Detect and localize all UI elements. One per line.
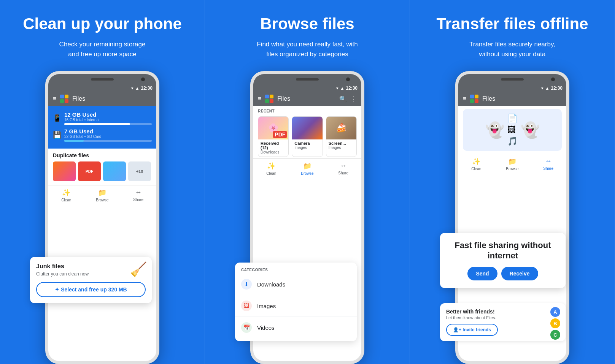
clean-label: Clean [61, 198, 71, 202]
nav-browse-3[interactable]: 📁 Browse [494, 154, 531, 173]
nav-share-1[interactable]: ↔ Share [120, 185, 156, 204]
hamburger-icon-browse[interactable]: ≡ [258, 95, 261, 102]
svg-rect-4 [265, 95, 269, 98]
bottom-nav-browse: ✨ Clean 📁 Browse ↔ Share [253, 158, 361, 177]
panel-clean-title: Clean up your phone [23, 15, 182, 33]
cat-item-images[interactable]: 🖼 Images [235, 295, 357, 317]
panel-clean: Clean up your phone Check your remaining… [0, 0, 205, 364]
storage-bar-fill-sd [64, 140, 84, 142]
dup-img-flower [53, 161, 76, 181]
nav-clean-2[interactable]: ✨ Clean [253, 159, 289, 177]
recent-name-screen: Screen... [329, 141, 354, 146]
avatar-blue: A [550, 307, 560, 317]
images-icon: 🖼 [241, 301, 252, 311]
panel-transfer-subtitle: Transfer files securely nearby,without u… [469, 40, 555, 59]
wifi-icon: ▾ [131, 86, 133, 91]
fast-share-popup: Fast file sharing without internet Send … [440, 233, 566, 288]
browse-icon-1: 📁 [98, 188, 106, 197]
files-logo [60, 95, 68, 103]
junk-title: Junk files [36, 263, 146, 270]
categories-label: CATEGORIES [235, 266, 357, 274]
clean-label-2: Clean [266, 171, 276, 176]
invite-friends-button[interactable]: 👤+ Invite friends [446, 324, 498, 336]
fast-share-title: Fast file sharing without internet [448, 241, 558, 261]
recent-thumb-screen: 🍰 [326, 117, 356, 139]
phone-camera-transfer [551, 78, 555, 81]
recent-thumb-camera [292, 117, 322, 139]
browse-label-1: Browse [96, 198, 108, 202]
hamburger-icon-transfer[interactable]: ≡ [463, 95, 466, 102]
app-title-browse: Files [277, 95, 335, 102]
share-icon-3: ↔ [545, 157, 552, 165]
cat-item-videos[interactable]: 📅 Videos [235, 317, 357, 338]
phone-speaker-browse [296, 78, 319, 81]
junk-icon: 🧹 [130, 261, 147, 277]
app-icons-browse: 🔍 ⋮ [339, 95, 357, 103]
ghost-right-icon: 👻 [521, 121, 540, 139]
clean-icon-3: ✨ [472, 157, 480, 166]
files-floating-icon: 📄🖼🎵 [507, 114, 518, 146]
nav-browse-2[interactable]: 📁 Browse [289, 159, 326, 177]
duplicate-images: PDF +10 [53, 161, 152, 181]
status-bar-transfer: ▾ ▲ 12:30 [458, 85, 566, 92]
storage-bar-bg-sd [64, 140, 152, 142]
nav-share-3[interactable]: ↔ Share [530, 154, 566, 173]
bottom-nav-clean: ✨ Clean 📁 Browse ↔ Share [48, 185, 156, 204]
junk-sub: Clutter you can clean now [36, 271, 146, 277]
svg-rect-3 [65, 99, 68, 103]
browse-icon-2: 📁 [303, 162, 311, 170]
phone-notch-browse [253, 74, 361, 85]
videos-icon: 📅 [241, 322, 252, 333]
status-time-transfer: 12:30 [551, 85, 563, 91]
signal-icon-transfer: ▲ [545, 86, 549, 90]
wifi-icon-transfer: ▾ [541, 86, 543, 91]
phone-camera-browse [346, 78, 350, 81]
recent-name-camera: Camera [294, 141, 320, 146]
cat-item-downloads[interactable]: ⬇ Downloads [235, 274, 357, 295]
cat-videos-label: Videos [257, 324, 275, 331]
cat-downloads-label: Downloads [257, 281, 285, 288]
nav-clean[interactable]: ✨ Clean [48, 185, 84, 204]
search-icon-browse[interactable]: 🔍 [339, 95, 347, 103]
transfer-illustration: 👻 📄🖼🎵 👻 [463, 109, 562, 151]
recent-item-screen[interactable]: 🍰 Screen... Images [326, 116, 357, 157]
friends-sub: Let them know about Files. [446, 315, 559, 320]
cat-images-label: Images [257, 303, 276, 309]
recent-item-camera[interactable]: Camera Images [292, 116, 323, 157]
phone-browse-wrapper: ▾ ▲ 12:30 ≡ Files 🔍 ⋮ [243, 71, 372, 364]
hamburger-icon[interactable]: ≡ [53, 95, 56, 102]
sd-storage-icon: 💾 [53, 131, 61, 139]
panel-transfer-title: Transfer files offline [436, 15, 588, 33]
storage-label-sd: 7 GB Used [64, 128, 152, 135]
storage-sub-sd: 32 GB total • SD Card [64, 135, 152, 139]
send-button[interactable]: Send [467, 267, 497, 280]
status-time: 12:30 [141, 85, 153, 91]
clean-icon-2: ✨ [267, 162, 275, 170]
status-bar: ▾ ▲ 12:30 [48, 85, 156, 92]
nav-share-2[interactable]: ↔ Share [325, 159, 361, 177]
phone-camera [141, 78, 145, 81]
storage-sub-internal: 16 GB total • Internal [64, 118, 152, 122]
friends-avatars: A B C [550, 307, 560, 340]
recent-item-received[interactable]: PDF 🌸 Received (12) Downloads [258, 116, 289, 157]
storage-item-sd: 💾 7 GB Used 32 GB total • SD Card [53, 128, 152, 142]
more-icon-browse[interactable]: ⋮ [351, 95, 357, 103]
receive-button[interactable]: Receive [501, 267, 538, 280]
svg-rect-9 [475, 95, 478, 98]
app-bar-clean: ≡ Files [48, 92, 156, 106]
nav-browse-1[interactable]: 📁 Browse [84, 185, 121, 204]
free-up-button[interactable]: ✦ Select and free up 320 MB [36, 282, 146, 297]
friends-card: Better with friends! Let them know about… [440, 303, 566, 341]
recent-items: PDF 🌸 Received (12) Downloads Camera [258, 116, 357, 157]
junk-popup: 🧹 Junk files Clutter you can clean now ✦… [30, 257, 152, 303]
svg-rect-1 [65, 95, 68, 98]
recent-type-camera: Images [294, 146, 320, 150]
avatar-yellow: B [550, 318, 560, 328]
phone-transfer-wrapper: ▾ ▲ 12:30 ≡ Files 👻 [448, 71, 577, 364]
storage-info-sd: 7 GB Used 32 GB total • SD Card [64, 128, 152, 142]
svg-rect-6 [265, 99, 269, 103]
panel-transfer: Transfer files offline Transfer files se… [410, 0, 615, 364]
nav-clean-3[interactable]: ✨ Clean [458, 154, 494, 173]
recent-info-screen: Screen... Images [326, 139, 356, 152]
share-icon-1: ↔ [135, 188, 142, 196]
